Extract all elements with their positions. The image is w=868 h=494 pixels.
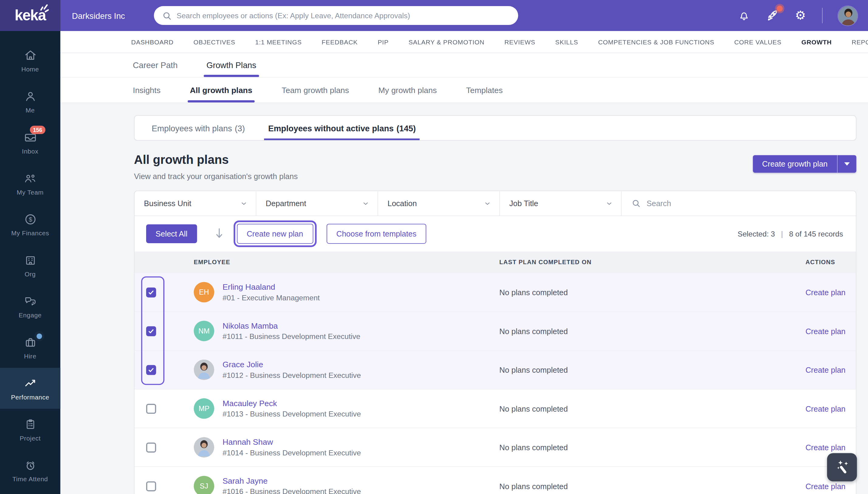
create-plan-link[interactable]: Create plan [805, 365, 846, 374]
create-plan-link[interactable]: Create plan [805, 481, 846, 490]
sidebar-item-home[interactable]: Home [0, 40, 60, 81]
row-checkbox[interactable] [146, 403, 156, 414]
employee-detail: #1011 - Business Development Executive [222, 332, 360, 341]
sidebar-item-engage[interactable]: Engage [0, 286, 60, 327]
employee-name-link[interactable]: Hannah Shaw [222, 437, 361, 446]
records-divider: | [781, 229, 783, 238]
create-plan-link[interactable]: Create plan [805, 288, 846, 297]
bell-icon[interactable] [737, 9, 751, 22]
filter-department[interactable]: Department [256, 191, 378, 215]
sidebar-item-my-team[interactable]: My Team [0, 163, 60, 204]
employee-detail: #01 - Executive Management [222, 294, 320, 302]
sidebar-item-inbox[interactable]: 156 Inbox [0, 122, 60, 163]
tab-reviews[interactable]: REVIEWS [504, 31, 535, 53]
arrow-down-icon [214, 227, 224, 241]
employee-name-link[interactable]: Erling Haaland [222, 282, 320, 291]
table-row[interactable]: SJ Sarah Jayne #1016 - Business Developm… [135, 466, 856, 494]
table-row[interactable]: Hannah Shaw #1014 - Business Development… [135, 428, 856, 467]
user-icon [23, 89, 37, 103]
project-icon [23, 417, 37, 431]
app-window: keka Home Me 156 Inbox My Team $ My Fina… [0, 0, 868, 494]
row-checkbox[interactable] [146, 442, 156, 452]
employee-detail: #1014 - Business Development Executive [222, 449, 361, 457]
tab-feedback[interactable]: FEEDBACK [322, 31, 358, 53]
filter-job-title[interactable]: Job Title [500, 191, 622, 215]
plans-filter-tabs: Employees with plans (3) Employees witho… [134, 115, 856, 141]
tab-insights[interactable]: Insights [133, 77, 160, 102]
filter-business-unit[interactable]: Business Unit [135, 191, 256, 215]
tab-my-growth-plans[interactable]: My growth plans [378, 77, 437, 102]
row-checkbox[interactable] [146, 287, 156, 297]
create-plan-link[interactable]: Create plan [805, 326, 846, 335]
create-plan-link[interactable]: Create plan [805, 404, 846, 413]
tab-competencies-job-functions[interactable]: COMPETENCIES & JOB FUNCTIONS [598, 31, 714, 53]
plans-sectionnav: InsightsAll growth plansTeam growth plan… [60, 77, 868, 103]
sidebar-item-time-attend[interactable]: Time Attend [0, 450, 60, 491]
tab-templates[interactable]: Templates [466, 77, 502, 102]
tab-reports[interactable]: REPORTS [852, 31, 868, 53]
last-plan-text: No plans completed [499, 443, 568, 452]
tab-salary-promotion[interactable]: SALARY & PROMOTION [409, 31, 485, 53]
tab-employees-with-plans[interactable]: Employees with plans (3) [140, 116, 256, 140]
keka-logo[interactable]: keka [0, 0, 60, 31]
create-growth-plan-button[interactable]: Create growth plan [753, 155, 856, 173]
table-row[interactable]: MP Macauley Peck #1013 - Business Develo… [135, 389, 856, 428]
table-row[interactable]: Grace Jolie #1012 - Business Development… [135, 350, 856, 389]
engage-icon [23, 294, 37, 308]
sidebar-item-hire[interactable]: Hire [0, 327, 60, 368]
page-content: Employees with plans (3) Employees witho… [60, 103, 868, 494]
tab-team-growth-plans[interactable]: Team growth plans [282, 77, 349, 102]
sidebar-item-me[interactable]: Me [0, 81, 60, 122]
employee-avatar [194, 360, 214, 380]
sidebar-item-my-finances[interactable]: $ My Finances [0, 204, 60, 245]
tab-employees-without-active-plans[interactable]: Employees without active plans (145) [256, 116, 428, 140]
user-avatar[interactable] [837, 5, 858, 25]
header-last-plan: LAST PLAN COMPLETED ON [499, 259, 806, 265]
tab-growth[interactable]: GROWTH [802, 31, 832, 53]
svg-text:$: $ [28, 216, 32, 223]
rocket-icon[interactable] [766, 9, 779, 22]
table-row[interactable]: NM Nikolas Mamba #1011 - Business Develo… [135, 311, 856, 350]
create-plan-link[interactable]: Create plan [805, 443, 846, 452]
sidebar-item-org[interactable]: Org [0, 245, 60, 286]
chevron-down-icon [240, 200, 248, 207]
page-subtitle: View and track your organisation's growt… [134, 172, 298, 180]
employee-name-link[interactable]: Grace Jolie [222, 360, 361, 369]
magic-wand-icon [834, 459, 850, 476]
module-nav: DASHBOARDOBJECTIVES1:1 MEETINGSFEEDBACKP… [60, 31, 868, 53]
row-checkbox[interactable] [146, 365, 156, 375]
growth-subnav: Career PathGrowth Plans [60, 53, 868, 77]
select-all-button[interactable]: Select All [146, 224, 197, 243]
employee-name-link[interactable]: Nikolas Mamba [222, 321, 360, 330]
table-search[interactable] [622, 191, 856, 215]
tab-pip[interactable]: PIP [378, 31, 389, 53]
gear-icon[interactable]: ⚙ [794, 9, 807, 22]
tab-1-1-meetings[interactable]: 1:1 MEETINGS [255, 31, 302, 53]
create-growth-plan-caret[interactable] [837, 155, 856, 173]
sidebar-item-project[interactable]: Project [0, 409, 60, 450]
create-new-plan-button[interactable]: Create new plan [237, 224, 313, 244]
employee-name-link[interactable]: Sarah Jayne [222, 476, 361, 485]
tab-growth-plans[interactable]: Growth Plans [206, 53, 256, 77]
table-search-input[interactable] [647, 199, 846, 208]
table-row[interactable]: EH Erling Haaland #01 - Executive Manage… [135, 272, 856, 311]
org-icon [23, 253, 37, 267]
sidebar-item-performance[interactable]: Performance [0, 368, 60, 409]
create-growth-plan-label[interactable]: Create growth plan [753, 155, 837, 173]
tab-core-values[interactable]: CORE VALUES [734, 31, 782, 53]
tab-career-path[interactable]: Career Path [133, 53, 177, 77]
global-search[interactable] [154, 6, 518, 25]
tab-skills[interactable]: SKILLS [555, 31, 578, 53]
tab-all-growth-plans[interactable]: All growth plans [190, 77, 252, 102]
employee-avatar: EH [194, 282, 214, 302]
magic-wand-button[interactable] [827, 453, 857, 481]
row-checkbox[interactable] [146, 481, 156, 491]
row-checkbox[interactable] [146, 326, 156, 336]
employee-name-link[interactable]: Macauley Peck [222, 399, 361, 408]
tab-dashboard[interactable]: DASHBOARD [131, 31, 174, 53]
tab-objectives[interactable]: OBJECTIVES [194, 31, 235, 53]
main-area: Darksiders Inc ⚙ DASHBOARDOBJ [60, 0, 868, 494]
global-search-input[interactable] [177, 11, 510, 19]
filter-location[interactable]: Location [378, 191, 500, 215]
choose-from-templates-button[interactable]: Choose from templates [326, 224, 426, 244]
